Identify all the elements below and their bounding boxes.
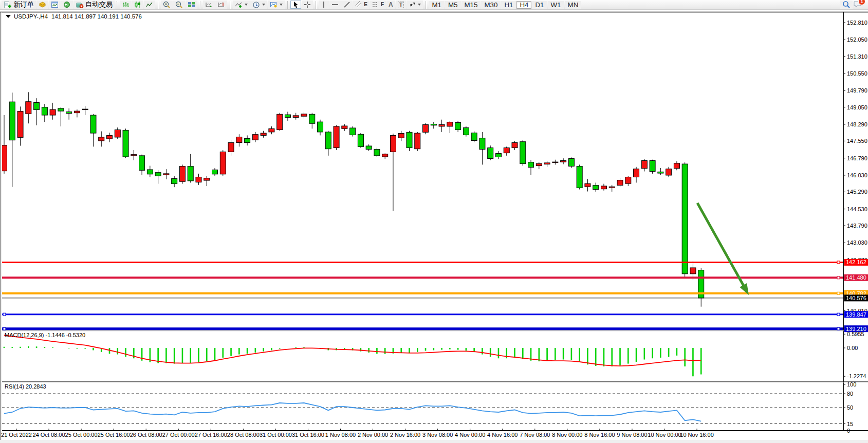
timeframe-m15[interactable]: M15 (461, 1, 481, 9)
time-tick-label: 3 Nov 08:00 (422, 432, 453, 438)
notification-badge: 1 (858, 0, 865, 5)
candle (163, 174, 169, 175)
rsi-title: RSI(14) 20.2843 (5, 383, 46, 390)
candle (179, 166, 185, 181)
indicators-button[interactable] (233, 1, 250, 9)
new-order-button[interactable]: 新订单 (2, 1, 36, 9)
timeframe-m30[interactable]: M30 (481, 1, 501, 9)
macd-title: MACD(12,26,9) -1.1446 -0.5320 (5, 332, 85, 338)
horizontal-line-tool-button[interactable] (329, 1, 341, 9)
zoom-out-button[interactable] (173, 1, 185, 9)
chart-frame (0, 10, 868, 443)
candle (431, 124, 436, 125)
hline-139.210[interactable] (2, 327, 843, 330)
arrows-tool-button[interactable] (407, 1, 423, 9)
dropdown-caret (262, 4, 265, 6)
candle (520, 142, 526, 164)
chart-canvas[interactable]: 152.810152.050151.310150.550149.790149.0… (0, 0, 868, 443)
time-tick-label: 4 Nov 16:00 (487, 432, 518, 438)
candle (577, 166, 582, 188)
candle (42, 107, 47, 115)
hline-141.480[interactable] (2, 276, 843, 279)
horizontal-line-icon (331, 1, 339, 8)
candle (366, 146, 372, 150)
time-tick-label: 24 Oct 08:00 (33, 432, 65, 438)
time-tick-label: 2 Nov 16:00 (390, 432, 420, 438)
timeframe-w1[interactable]: W1 (548, 1, 564, 9)
channel-icon (355, 1, 362, 8)
bar-chart-icon (122, 1, 130, 8)
templates-button[interactable] (268, 1, 285, 9)
bar-chart-button[interactable] (120, 1, 132, 9)
timeframe-mn[interactable]: MN (565, 1, 582, 9)
candle (334, 126, 339, 148)
tile-windows-button[interactable] (186, 1, 197, 9)
text-label-tool-button[interactable]: T (396, 1, 407, 9)
timeframe-d1[interactable]: D1 (532, 1, 547, 9)
market-watch-button[interactable] (36, 1, 48, 9)
auto-scroll-icon (205, 1, 213, 8)
price-tick-label: 149.050 (847, 104, 867, 110)
periods-button[interactable] (250, 1, 267, 9)
text-tool-button[interactable]: A (386, 1, 395, 9)
timeframe-h4[interactable]: H4 (516, 1, 531, 9)
candle (463, 128, 469, 135)
candle (666, 169, 672, 175)
candle (690, 268, 696, 274)
timeframe-m1[interactable]: M1 (429, 1, 445, 9)
candle (123, 130, 128, 157)
time-tick-label: 21 Oct 2022 (1, 432, 32, 438)
equidistant-channel-tool-button[interactable]: E (353, 1, 370, 9)
fibonacci-tool-button[interactable]: F (370, 1, 386, 9)
rsi-axis-label: 80 (847, 391, 853, 397)
new-order-label: 新订单 (13, 0, 34, 9)
candle (439, 124, 445, 126)
vertical-line-tool-button[interactable] (319, 1, 329, 9)
cursor-tool-button[interactable] (290, 1, 301, 9)
price-line-label: 141.480 (846, 274, 866, 281)
candle (561, 160, 566, 162)
signals-button[interactable] (61, 1, 73, 9)
text-tool-letter: A (389, 2, 393, 8)
candle (658, 172, 663, 173)
candle (301, 114, 307, 116)
line-chart-icon (146, 1, 153, 8)
notifications-button[interactable]: 1 (853, 0, 862, 9)
candle (2, 145, 7, 171)
candle (585, 183, 590, 187)
zoom-in-button[interactable] (161, 1, 173, 9)
candlestick-chart-button[interactable] (132, 1, 143, 9)
candle (220, 152, 226, 174)
trendline-tool-button[interactable] (341, 1, 353, 9)
chart-shift-button[interactable] (215, 1, 227, 9)
candle (277, 114, 283, 130)
time-tick-label: 27 Oct 00:00 (162, 432, 195, 438)
auto-scroll-button[interactable] (203, 1, 215, 9)
price-tick-label: 146.790 (847, 155, 867, 161)
candle (115, 130, 120, 137)
line-chart-button[interactable] (144, 1, 155, 9)
crosshair-tool-button[interactable] (302, 1, 313, 9)
price-tick-label: 149.790 (847, 87, 867, 94)
candle (204, 178, 210, 180)
symbol-label: USDJPY-,H4 (14, 13, 48, 20)
search-button[interactable] (840, 1, 853, 9)
macd-axis-label: 0.5955 (847, 331, 864, 337)
candle (350, 128, 356, 135)
candle (107, 135, 113, 139)
cursor-icon (292, 1, 299, 8)
zoom-out-icon (175, 1, 183, 9)
hline-140.782[interactable] (2, 292, 843, 294)
time-tick-label: 1 Nov 08:00 (325, 432, 356, 438)
candle (196, 177, 201, 182)
candle (147, 170, 153, 174)
templates-icon (270, 1, 278, 8)
new-chart-button[interactable] (49, 1, 61, 9)
candle (641, 160, 647, 168)
candle (593, 186, 599, 190)
candle (99, 137, 104, 141)
timeframe-m5[interactable]: M5 (445, 1, 461, 9)
timeframe-h1[interactable]: H1 (501, 1, 516, 9)
autotrading-button[interactable]: 自动交易 (73, 1, 115, 9)
candle (309, 114, 315, 123)
